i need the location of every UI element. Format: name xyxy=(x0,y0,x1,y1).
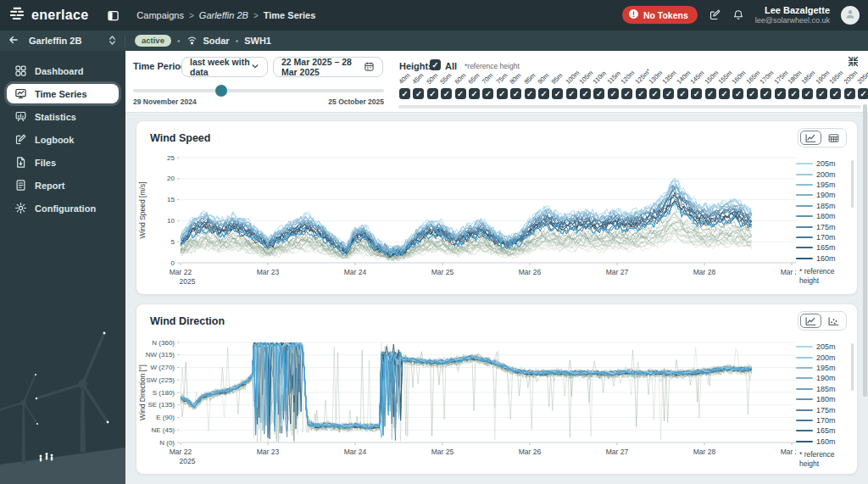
height-checkbox-item[interactable]: 75m xyxy=(496,67,509,99)
legend-item[interactable]: 190m xyxy=(796,373,850,383)
legend-scrollbar[interactable] xyxy=(851,343,854,391)
legend-item[interactable]: 195m xyxy=(796,363,850,373)
legend-item[interactable]: 180m xyxy=(796,394,850,404)
sidebar-item[interactable]: Files xyxy=(7,153,119,172)
breadcrumb-item[interactable]: Campaigns xyxy=(136,10,184,20)
line-chart-toggle[interactable] xyxy=(800,131,821,145)
height-checkbox[interactable] xyxy=(399,88,410,99)
wind-direction-chart[interactable]: N (0)NE (45)E (90)SE (135)S (180)SW (225… xyxy=(136,331,796,473)
height-checkbox[interactable] xyxy=(566,88,577,99)
height-checkbox[interactable] xyxy=(816,88,827,99)
legend-item[interactable]: 165m xyxy=(796,426,850,436)
height-checkbox-item[interactable]: 205m xyxy=(857,67,868,99)
slider-handle[interactable] xyxy=(215,85,227,97)
time-period-preset-select[interactable]: last week with data xyxy=(181,57,268,77)
legend-item[interactable]: 185m xyxy=(796,201,850,211)
height-checkbox-item[interactable]: 125m* xyxy=(635,67,648,99)
height-checkbox[interactable] xyxy=(441,88,452,99)
height-checkbox[interactable] xyxy=(691,88,702,99)
height-checkbox[interactable] xyxy=(525,88,536,99)
breadcrumb-item[interactable]: Garleffin 2B xyxy=(199,10,248,20)
height-checkbox[interactable] xyxy=(732,88,743,99)
height-checkbox-item[interactable]: 90m xyxy=(537,67,551,99)
height-checkbox[interactable] xyxy=(510,88,521,99)
sidebar-item[interactable]: Time Series xyxy=(7,84,119,103)
height-checkbox[interactable] xyxy=(469,88,480,99)
height-checkbox[interactable] xyxy=(775,88,786,99)
height-checkbox[interactable] xyxy=(593,88,604,99)
heights-horizontal-scrollbar[interactable] xyxy=(398,105,861,108)
height-checkbox[interactable] xyxy=(621,88,632,99)
height-checkbox[interactable] xyxy=(482,88,493,99)
height-checkbox-item[interactable]: 180m xyxy=(787,67,801,99)
no-tokens-badge[interactable]: No Tokens xyxy=(622,6,698,24)
height-checkbox[interactable] xyxy=(719,88,730,99)
line-chart-toggle[interactable] xyxy=(800,314,821,328)
back-arrow-icon[interactable] xyxy=(8,34,19,47)
user-menu[interactable]: Lee Bazalgette lee@solarwheel.co.uk xyxy=(755,5,830,25)
height-checkbox-item[interactable]: 160m xyxy=(732,67,745,99)
height-checkbox-item[interactable]: 165m xyxy=(746,67,760,99)
height-checkbox-item[interactable]: 55m xyxy=(440,67,453,99)
height-checkbox[interactable] xyxy=(649,88,660,99)
scatter-view-toggle[interactable] xyxy=(823,314,844,328)
height-checkbox-item[interactable]: 150m xyxy=(704,67,718,99)
legend-item[interactable]: 170m xyxy=(796,415,850,426)
height-checkbox[interactable] xyxy=(608,88,619,99)
height-checkbox[interactable] xyxy=(844,88,855,99)
height-checkbox-item[interactable]: 145m xyxy=(690,67,704,99)
sidebar-item[interactable]: Dashboard xyxy=(7,61,119,81)
legend-item[interactable]: 205m xyxy=(796,342,850,352)
app-logo[interactable]: enerlace xyxy=(8,5,88,25)
sidebar-item[interactable]: Configuration xyxy=(7,198,119,218)
height-checkbox-item[interactable]: 175m xyxy=(774,67,787,99)
height-checkbox-item[interactable]: 95m xyxy=(551,67,565,99)
legend-item[interactable]: 170m xyxy=(796,232,850,242)
legend-item[interactable]: 205m xyxy=(796,159,850,169)
height-checkbox[interactable] xyxy=(788,88,799,99)
legend-item[interactable]: 180m xyxy=(796,211,850,221)
height-checkbox[interactable] xyxy=(497,88,508,99)
height-checkbox-item[interactable]: 40m xyxy=(398,67,412,99)
height-checkbox[interactable] xyxy=(636,88,647,99)
legend-item[interactable]: 175m xyxy=(796,221,850,231)
height-checkbox-item[interactable]: 155m xyxy=(718,67,732,99)
height-checkbox-item[interactable]: 190m xyxy=(815,67,829,99)
legend-item[interactable]: 190m xyxy=(796,190,850,200)
legend-item[interactable]: 200m xyxy=(796,169,850,179)
height-checkbox-item[interactable]: 135m xyxy=(662,67,676,99)
height-checkbox-item[interactable]: 105m xyxy=(579,67,593,99)
legend-item[interactable]: 195m xyxy=(796,180,850,190)
height-checkbox-item[interactable]: 130m xyxy=(648,67,662,99)
height-checkbox[interactable] xyxy=(705,88,716,99)
height-checkbox[interactable] xyxy=(677,88,688,99)
sidebar-item[interactable]: Logbook xyxy=(7,130,119,149)
legend-item[interactable]: 165m xyxy=(796,242,850,253)
height-checkbox-item[interactable]: 100m xyxy=(565,67,579,99)
page-vertical-scrollbar[interactable] xyxy=(863,104,867,397)
height-checkbox[interactable] xyxy=(413,88,424,99)
date-range-picker[interactable]: 22 Mar 2025 – 28 Mar 2025 xyxy=(273,57,383,77)
height-checkbox-item[interactable]: 115m xyxy=(607,67,620,99)
legend-scrollbar[interactable] xyxy=(851,160,854,208)
legend-item[interactable]: 175m xyxy=(796,404,850,414)
slider-track[interactable] xyxy=(133,89,384,92)
height-checkbox[interactable] xyxy=(747,88,758,99)
legend-item[interactable]: 160m xyxy=(796,253,850,264)
notifications-bell-icon[interactable] xyxy=(732,8,744,21)
height-checkbox-item[interactable]: 60m xyxy=(454,67,468,99)
breadcrumb-item[interactable]: Time Series xyxy=(264,10,316,20)
height-checkbox-item[interactable]: 170m xyxy=(760,67,773,99)
wind-speed-chart[interactable]: 0510152025Mar 222025Mar 23Mar 24Mar 25Ma… xyxy=(136,147,796,290)
height-checkbox-item[interactable]: 195m xyxy=(829,67,843,99)
sidebar-item[interactable]: Statistics xyxy=(7,107,119,126)
campaign-selector[interactable]: Garleffin 2B xyxy=(0,34,125,47)
sidebar-item[interactable]: Report xyxy=(7,175,119,195)
height-checkbox-item[interactable]: 140m xyxy=(676,67,690,99)
height-checkbox[interactable] xyxy=(760,88,771,99)
height-checkbox-item[interactable]: 110m xyxy=(593,67,606,99)
height-checkbox-item[interactable]: 85m xyxy=(524,67,537,99)
height-checkbox[interactable] xyxy=(427,88,438,99)
height-checkbox[interactable] xyxy=(830,88,841,99)
height-checkbox[interactable] xyxy=(663,88,674,99)
